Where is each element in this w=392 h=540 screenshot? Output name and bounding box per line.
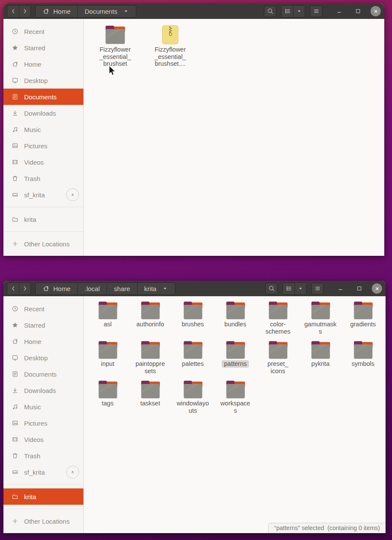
sidebar-item-recent[interactable]: Recent bbox=[3, 23, 83, 40]
sidebar-item-krita[interactable]: krita bbox=[3, 488, 83, 505]
sidebar-item-sf-krita[interactable]: sf_krita bbox=[3, 464, 83, 480]
file-label-line: authorinfo bbox=[136, 321, 164, 328]
sidebar-item-recent[interactable]: Recent bbox=[3, 301, 83, 317]
sidebar-item-trash[interactable]: Trash bbox=[3, 448, 83, 464]
path-button-documents[interactable]: Documents bbox=[77, 6, 136, 17]
folder-item-palettes[interactable]: palettes bbox=[172, 339, 214, 379]
nav-buttons bbox=[7, 5, 31, 18]
close-button[interactable] bbox=[372, 283, 382, 294]
folder-item-symbols[interactable]: symbols bbox=[342, 339, 384, 379]
search-button[interactable] bbox=[264, 6, 276, 17]
view-options-dropdown[interactable] bbox=[293, 6, 305, 17]
eject-button[interactable] bbox=[66, 466, 79, 479]
sidebar-item-krita[interactable]: krita bbox=[3, 211, 83, 227]
sidebar-item-home[interactable]: Home bbox=[3, 333, 83, 350]
folder-item-pykrita[interactable]: pykrita bbox=[299, 339, 342, 379]
folder-item-bundles[interactable]: bundles bbox=[214, 300, 257, 339]
file-area[interactable]: Fizzyflower_essential_brushsetFizzyflowe… bbox=[84, 19, 384, 256]
folder-icon bbox=[98, 341, 118, 359]
sidebar-item-music[interactable]: Music bbox=[3, 399, 83, 415]
maximize-button[interactable] bbox=[352, 6, 364, 17]
file-label-line: input bbox=[101, 360, 114, 368]
sidebar-item-documents[interactable]: Documents bbox=[3, 366, 83, 382]
file-label-line: Fizzyflower bbox=[99, 46, 131, 53]
folder-item-taskset[interactable]: taskset bbox=[129, 379, 172, 418]
file-label-line: symbols bbox=[352, 360, 374, 368]
sidebar-item-label: Starred bbox=[24, 322, 45, 329]
folder-item-tags[interactable]: tags bbox=[86, 379, 129, 418]
file-label: gradients bbox=[350, 321, 376, 328]
plus-icon bbox=[12, 518, 18, 525]
back-button[interactable] bbox=[7, 6, 19, 17]
maximize-button[interactable] bbox=[354, 283, 365, 294]
sidebar-item-label: Recent bbox=[24, 28, 45, 35]
path-button-home[interactable]: Home bbox=[36, 283, 77, 295]
file-label: input bbox=[101, 360, 114, 368]
list-view-button[interactable] bbox=[282, 6, 293, 17]
folder-item-fizzyflower-essential-brushset[interactable]: Fizzyflower_essential_brushset bbox=[91, 23, 140, 75]
titlebar: HomeDocuments bbox=[3, 3, 384, 19]
file-label: Fizzyflower_essential_brushset.... bbox=[154, 46, 186, 68]
file-item-fizzyflower-essential-brushset[interactable]: Fizzyflower_essential_brushset.... bbox=[146, 23, 195, 75]
file-label: brushes bbox=[182, 321, 204, 328]
sidebar-item-label: Videos bbox=[24, 159, 44, 166]
back-button[interactable] bbox=[7, 283, 19, 295]
folder-item-brushes[interactable]: brushes bbox=[172, 300, 214, 339]
path-button-local[interactable]: .local bbox=[77, 283, 107, 295]
folder-item-preset-icons[interactable]: preset_icons bbox=[257, 339, 299, 379]
folder-item-patterns[interactable]: patterns bbox=[214, 339, 257, 379]
minimize-button[interactable] bbox=[335, 283, 346, 294]
file-area[interactable]: aslauthorinfobrushesbundlescolor-schemes… bbox=[84, 296, 386, 533]
home-icon bbox=[43, 8, 49, 15]
folder-item-input[interactable]: input bbox=[86, 339, 129, 379]
path-button-krita[interactable]: krita bbox=[137, 283, 175, 295]
file-label: symbols bbox=[352, 360, 374, 368]
file-label: Fizzyflower_essential_brushset bbox=[99, 46, 131, 68]
file-label-line: gamutmask bbox=[304, 321, 337, 328]
folder-item-paintoppresets[interactable]: paintoppresets bbox=[129, 339, 172, 379]
sidebar-item-downloads[interactable]: Downloads bbox=[3, 382, 83, 399]
sidebar-item-other-locations[interactable]: Other Locations bbox=[3, 513, 83, 529]
eject-button[interactable] bbox=[66, 188, 79, 201]
sidebar-item-starred[interactable]: Starred bbox=[3, 317, 83, 333]
folder-item-windowlayouts[interactable]: windowlayouts bbox=[172, 379, 214, 418]
sidebar-item-other-locations[interactable]: Other Locations bbox=[3, 236, 83, 252]
folder-item-gradients[interactable]: gradients bbox=[342, 300, 384, 339]
path-button-home[interactable]: Home bbox=[36, 6, 77, 17]
sidebar-item-home[interactable]: Home bbox=[3, 56, 83, 72]
list-view-icon bbox=[284, 8, 291, 15]
sidebar-item-label: Starred bbox=[24, 44, 45, 52]
sidebar-item-starred[interactable]: Starred bbox=[3, 40, 83, 56]
forward-button[interactable] bbox=[19, 283, 31, 295]
sidebar-item-desktop[interactable]: Desktop bbox=[3, 72, 83, 89]
minimize-button[interactable] bbox=[334, 6, 345, 17]
forward-button[interactable] bbox=[19, 6, 31, 17]
folder-item-workspaces[interactable]: workspaces bbox=[214, 379, 257, 418]
folder-item-authorinfo[interactable]: authorinfo bbox=[129, 300, 172, 339]
sidebar-item-pictures[interactable]: Pictures bbox=[3, 415, 83, 431]
search-button[interactable] bbox=[265, 283, 278, 295]
chevron-right-icon bbox=[21, 8, 28, 15]
folder-item-gamutmasks[interactable]: gamutmasks bbox=[299, 300, 342, 339]
folder-outline-icon bbox=[12, 216, 18, 223]
sidebar-item-trash[interactable]: Trash bbox=[3, 170, 83, 187]
sidebar-item-music[interactable]: Music bbox=[3, 121, 83, 138]
sidebar-item-pictures[interactable]: Pictures bbox=[3, 138, 83, 154]
chevron-left-icon bbox=[10, 285, 17, 292]
sidebar-item-downloads[interactable]: Downloads bbox=[3, 105, 83, 121]
sidebar: RecentStarredHomeDesktopDocumentsDownloa… bbox=[3, 296, 84, 533]
menu-button[interactable] bbox=[311, 283, 324, 295]
sidebar-item-documents[interactable]: Documents bbox=[3, 89, 83, 105]
sidebar-item-videos[interactable]: Videos bbox=[3, 154, 83, 170]
sidebar-item-label: Recent bbox=[24, 305, 45, 313]
folder-item-asl[interactable]: asl bbox=[86, 300, 129, 339]
sidebar-item-desktop[interactable]: Desktop bbox=[3, 350, 83, 366]
sidebar-item-videos[interactable]: Videos bbox=[3, 431, 83, 448]
close-button[interactable] bbox=[371, 6, 381, 16]
view-options-dropdown[interactable] bbox=[294, 283, 306, 295]
list-view-button[interactable] bbox=[283, 283, 294, 295]
folder-item-color-schemes[interactable]: color-schemes bbox=[257, 300, 299, 339]
path-button-share[interactable]: share bbox=[107, 283, 137, 295]
menu-button[interactable] bbox=[310, 6, 322, 17]
sidebar-item-sf-krita[interactable]: sf_krita bbox=[3, 187, 83, 203]
